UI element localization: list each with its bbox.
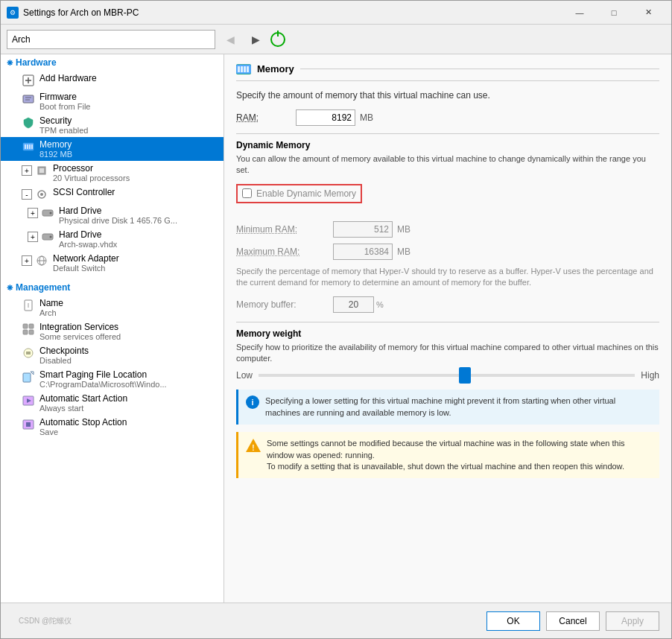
- svg-rect-26: [23, 330, 28, 334]
- hd1-sub: Physical drive Disk 1 465.76 G...: [59, 216, 177, 225]
- info-text: Specifying a lower setting for this virt…: [265, 395, 652, 419]
- integration-sub: Some services offered: [39, 332, 121, 341]
- add-hardware-label: Add Hardware: [39, 73, 97, 83]
- processor-sub: 20 Virtual processors: [53, 174, 130, 182]
- warning-icon-container: !: [246, 439, 261, 454]
- panel-title: Memory: [257, 63, 294, 74]
- watermark: CSDN @陀螺仪: [13, 617, 77, 628]
- ok-button[interactable]: OK: [486, 611, 540, 631]
- back-button[interactable]: ◀: [220, 30, 241, 49]
- weight-section: Memory weight Specify how to prioritize …: [236, 328, 659, 381]
- close-button[interactable]: ✕: [631, 1, 665, 25]
- processor-expand[interactable]: +: [22, 165, 32, 176]
- auto-stop-label: Automatic Stop Action: [39, 417, 127, 427]
- settings-window: ⚙ Settings for Arch on MBR-PC — □ ✕ Arch…: [0, 0, 672, 639]
- vm-dropdown[interactable]: Arch: [7, 30, 215, 49]
- ram-unit: MB: [360, 112, 373, 123]
- enable-dynamic-memory-checkbox[interactable]: [242, 188, 252, 198]
- sidebar-item-hard-drive-1[interactable]: + Hard Drive Physical drive Disk 1 465.7…: [1, 203, 224, 227]
- smart-paging-sub: C:\ProgramData\Microsoft\Windo...: [39, 380, 167, 389]
- buffer-row: Memory buffer: %: [236, 296, 659, 313]
- svg-rect-24: [23, 324, 28, 328]
- sidebar-item-integration[interactable]: Integration Services Some services offer…: [1, 320, 224, 343]
- memory-icon: [22, 140, 35, 153]
- processor-icon: [35, 164, 48, 177]
- apply-button[interactable]: Apply: [606, 611, 659, 631]
- separator-2: [236, 322, 659, 322]
- sidebar-item-hard-drive-2[interactable]: + Hard Drive Arch-swap.vhdx: [1, 227, 224, 251]
- min-ram-input: [333, 221, 393, 238]
- sidebar-item-auto-start[interactable]: Automatic Start Action Always start: [1, 391, 224, 415]
- cancel-button[interactable]: Cancel: [546, 611, 600, 631]
- integration-icon: [22, 322, 35, 336]
- svg-rect-8: [27, 144, 28, 149]
- firmware-sub: Boot from File: [39, 102, 90, 111]
- scsi-icon: [35, 188, 48, 201]
- max-ram-label: Maximum RAM:: [236, 247, 333, 257]
- hd2-sub: Arch-swap.vhdx: [59, 240, 117, 249]
- maximize-button[interactable]: □: [597, 1, 631, 25]
- sidebar-item-checkpoints[interactable]: Checkpoints Disabled: [1, 343, 224, 367]
- network-expand[interactable]: +: [22, 255, 32, 266]
- svg-rect-25: [29, 324, 34, 328]
- power-icon: [270, 32, 285, 47]
- separator-1: [236, 133, 659, 134]
- hardware-arrow: ❋: [7, 59, 13, 67]
- svg-line-31: [31, 372, 34, 375]
- auto-start-icon: [22, 394, 35, 407]
- hard-drive-1-icon: [41, 206, 54, 220]
- sidebar-item-auto-stop[interactable]: Automatic Stop Action Save: [1, 415, 224, 439]
- slider-row: Low High: [236, 370, 659, 381]
- hardware-label: Hardware: [16, 57, 57, 68]
- buffer-unit: %: [376, 300, 384, 309]
- hd2-expand[interactable]: +: [28, 232, 38, 242]
- min-ram-row: Minimum RAM: MB: [236, 221, 659, 238]
- name-label: Name: [39, 298, 63, 308]
- buffer-label: Memory buffer:: [236, 299, 333, 310]
- checkpoints-icon: [22, 346, 35, 360]
- hd1-expand[interactable]: +: [28, 208, 38, 218]
- low-label: Low: [236, 370, 253, 381]
- network-sub: Default Switch: [53, 264, 119, 273]
- management-section-header[interactable]: ❋ Management: [1, 279, 224, 296]
- sidebar-item-smart-paging[interactable]: Smart Paging File Location C:\ProgramDat…: [1, 367, 224, 391]
- enable-dynamic-memory-label[interactable]: Enable Dynamic Memory: [236, 184, 362, 203]
- sidebar-item-add-hardware[interactable]: Add Hardware: [1, 71, 224, 89]
- sidebar-item-network[interactable]: + Network Adapter Default Switch: [1, 251, 224, 275]
- ram-row: RAM: MB: [236, 109, 659, 126]
- ram-input[interactable]: [296, 109, 355, 126]
- enable-dynamic-memory-text: Enable Dynamic Memory: [256, 188, 356, 199]
- sidebar-item-firmware[interactable]: Firmware Boot from File: [1, 89, 224, 113]
- sidebar-item-memory[interactable]: Memory 8192 MB: [1, 137, 224, 161]
- panel-header: Memory: [236, 63, 659, 81]
- processor-label: Processor: [53, 163, 130, 174]
- buffer-desc: Specify the percentage of memory that Hy…: [236, 266, 659, 289]
- enable-dynamic-memory-wrapper: Enable Dynamic Memory: [236, 184, 659, 212]
- window-title: Settings for Arch on MBR-PC: [23, 7, 562, 18]
- svg-rect-12: [39, 168, 44, 173]
- toolbar: Arch ◀ ▶: [1, 25, 671, 54]
- management-arrow: ❋: [7, 284, 13, 292]
- scsi-expand[interactable]: -: [22, 189, 32, 200]
- panel-desc: Specify the amount of memory that this v…: [236, 90, 659, 101]
- memory-weight-slider[interactable]: [259, 374, 635, 377]
- smart-paging-icon: [22, 370, 35, 384]
- power-button[interactable]: [267, 29, 288, 50]
- sidebar-item-name[interactable]: I Name Arch: [1, 296, 224, 320]
- sidebar: ❋ Hardware Add Hardware Firmware: [1, 54, 224, 603]
- management-label: Management: [16, 282, 70, 293]
- svg-point-16: [50, 212, 52, 214]
- svg-rect-37: [238, 66, 240, 72]
- forward-button[interactable]: ▶: [245, 30, 266, 49]
- security-label: Security: [39, 115, 88, 126]
- checkpoints-label: Checkpoints: [39, 346, 89, 356]
- checkpoints-sub: Disabled: [39, 356, 89, 365]
- hardware-section-header[interactable]: ❋ Hardware: [1, 54, 224, 71]
- sidebar-item-security[interactable]: Security TPM enabled: [1, 113, 224, 137]
- minimize-button[interactable]: —: [562, 1, 597, 25]
- sidebar-item-processor[interactable]: + Processor 20 Virtual processors: [1, 161, 224, 185]
- sidebar-item-scsi[interactable]: - SCSI Controller: [1, 185, 224, 203]
- name-sub: Arch: [39, 308, 63, 317]
- svg-rect-9: [29, 144, 31, 149]
- warning-box: ! Some settings cannot be modified becau…: [236, 432, 659, 478]
